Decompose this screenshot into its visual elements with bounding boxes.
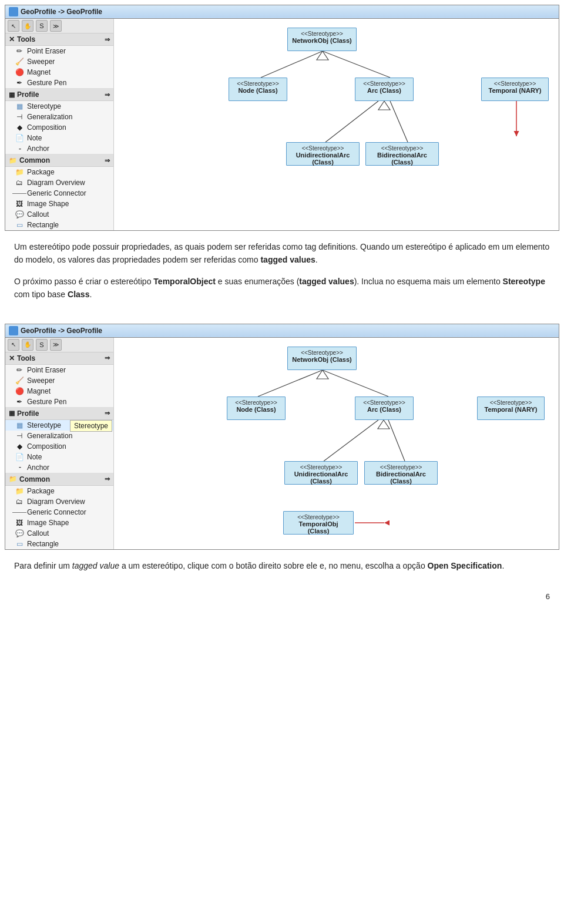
uml-arc-1[interactable]: <<Stereotype>> Arc (Class) bbox=[355, 78, 414, 101]
toolbar-btn-hand-2[interactable]: ✋ bbox=[22, 339, 33, 351]
magnet-label-2: Magnet bbox=[27, 387, 51, 395]
uml-node-1[interactable]: <<Stereotype>> Node (Class) bbox=[229, 78, 287, 101]
canvas-area-1[interactable]: <<Stereotype>> NetworkObj (Class) <<Ster… bbox=[114, 19, 559, 230]
note-icon: 📄 bbox=[15, 134, 24, 142]
generic-connector-label-2: Generic Connector bbox=[27, 508, 86, 516]
profile-header-icon: ▦ bbox=[9, 91, 15, 99]
sidebar-item-composition-2[interactable]: ◆ Composition bbox=[5, 441, 113, 452]
sidebar-item-note[interactable]: 📄 Note bbox=[5, 133, 113, 143]
sidebar-item-magnet-2[interactable]: 🔴 Magnet bbox=[5, 386, 113, 397]
sidebar-item-rectangle[interactable]: ▭ Rectangle bbox=[5, 220, 113, 230]
uml-bidir-1[interactable]: <<Stereotype>> BidirectionalArc (Class) bbox=[365, 142, 439, 166]
diagram-overview-label: Diagram Overview bbox=[27, 179, 85, 187]
sidebar-item-package-2[interactable]: 📁 Package bbox=[5, 486, 113, 496]
common-title-2: Common bbox=[19, 475, 50, 483]
toolbar-btn-more[interactable]: ≫ bbox=[50, 20, 62, 32]
sweeper-icon-2: 🧹 bbox=[15, 377, 24, 385]
toolbar-btn-cursor[interactable]: ↖ bbox=[8, 20, 19, 32]
page-number-value: 6 bbox=[546, 592, 550, 601]
toolbar-btn-s[interactable]: S bbox=[36, 20, 48, 32]
package-icon: 📁 bbox=[15, 168, 24, 176]
sidebar-item-package[interactable]: 📁 Package bbox=[5, 167, 113, 177]
stereotype-label-2: Stereotype bbox=[27, 421, 61, 429]
sidebar-item-callout-2[interactable]: 💬 Callout bbox=[5, 528, 113, 539]
image-shape-icon-2: 🖼 bbox=[15, 519, 24, 527]
networkobj-stereotype-2: <<Stereotype>> bbox=[291, 350, 352, 356]
sidebar-common-section: 📁 Common ⇒ 📁 Package 🗂 Diagram Overview … bbox=[5, 154, 113, 230]
sidebar-item-gesture-pen[interactable]: ✒ Gesture Pen bbox=[5, 78, 113, 88]
sidebar-item-stereotype-2[interactable]: ▦ Stereotype Stereotype bbox=[5, 420, 113, 431]
sidebar-item-generic-connector[interactable]: —— Generic Connector bbox=[5, 188, 113, 199]
uml-unidir-2[interactable]: <<Stereotype>> UnidirectionalArc (Class) bbox=[284, 461, 358, 485]
window-title-2: GeoProfile -> GeoProfile bbox=[21, 327, 102, 335]
node-classname-1: Node (Class) bbox=[233, 87, 283, 94]
toolbar-btn-more-2[interactable]: ≫ bbox=[50, 339, 62, 351]
sidebar-profile-header[interactable]: ▦ Profile ⇒ bbox=[5, 89, 113, 101]
sidebar-tools-header[interactable]: ✕ Tools ⇒ bbox=[5, 33, 113, 46]
temporal-classname-2: Temporal (NARY) bbox=[481, 406, 540, 413]
sidebar-item-stereotype[interactable]: ▦ Stereotype bbox=[5, 101, 113, 112]
sidebar-item-note-2[interactable]: 📄 Note bbox=[5, 452, 113, 462]
eraser-icon: ✏ bbox=[15, 47, 24, 55]
sidebar-item-point-eraser-2[interactable]: ✏ Point Eraser bbox=[5, 365, 113, 375]
tools-dock-icon[interactable]: ⇒ bbox=[105, 36, 110, 43]
generic-connector-icon-2: —— bbox=[15, 508, 24, 516]
uml-temporalobj-2[interactable]: <<Stereotype>> TemporalObj (Class) bbox=[283, 511, 354, 535]
arc-classname-2: Arc (Class) bbox=[359, 406, 409, 413]
sidebar-item-image-shape-2[interactable]: 🖼 Image Shape bbox=[5, 518, 113, 528]
uml-networkobj-2[interactable]: <<Stereotype>> NetworkObj (Class) bbox=[287, 347, 357, 370]
profile-dock-icon-2[interactable]: ⇒ bbox=[105, 409, 110, 417]
sidebar-item-generalization[interactable]: ⊣ Generalization bbox=[5, 112, 113, 122]
uml-node-2[interactable]: <<Stereotype>> Node (Class) bbox=[227, 397, 286, 420]
toolbar-btn-cursor-2[interactable]: ↖ bbox=[8, 339, 19, 351]
sidebar-item-sweeper-2[interactable]: 🧹 Sweeper bbox=[5, 375, 113, 386]
sidebar-common-header[interactable]: 📁 Common ⇒ bbox=[5, 154, 113, 167]
sidebar-common-header-2[interactable]: 📁 Common ⇒ bbox=[5, 473, 113, 486]
sidebar-profile-section-2: ▦ Profile ⇒ ▦ Stereotype Stereotype ⊣ Ge… bbox=[5, 408, 113, 473]
canvas-area-2[interactable]: <<Stereotype>> NetworkObj (Class) <<Ster… bbox=[114, 338, 559, 549]
sidebar-item-generic-connector-2[interactable]: —— Generic Connector bbox=[5, 507, 113, 518]
uml-bidir-2[interactable]: <<Stereotype>> BidirectionalArc (Class) bbox=[364, 461, 438, 485]
uml-temporal-1[interactable]: <<Stereotype>> Temporal (NARY) bbox=[481, 78, 549, 101]
toolbar-btn-hand[interactable]: ✋ bbox=[22, 20, 33, 32]
sidebar-tools-header-2[interactable]: ✕ Tools ⇒ bbox=[5, 352, 113, 365]
uml-temporal-2[interactable]: <<Stereotype>> Temporal (NARY) bbox=[477, 397, 545, 420]
magnet-icon-2: 🔴 bbox=[15, 387, 24, 395]
sidebar-item-image-shape[interactable]: 🖼 Image Shape bbox=[5, 199, 113, 209]
sidebar-item-callout[interactable]: 💬 Callout bbox=[5, 209, 113, 220]
common-dock-icon-2[interactable]: ⇒ bbox=[105, 475, 110, 483]
sidebar-item-anchor-2[interactable]: ···· Anchor bbox=[5, 462, 113, 473]
uml-unidir-1[interactable]: <<Stereotype>> UnidirectionalArc (Class) bbox=[286, 142, 360, 166]
networkobj-classname-1: NetworkObj (Class) bbox=[291, 37, 352, 44]
bidir-stereotype-2: <<Stereotype>> bbox=[368, 464, 434, 471]
sidebar-item-generalization-2[interactable]: ⊣ Generalization bbox=[5, 431, 113, 441]
note-label-2: Note bbox=[27, 453, 42, 461]
sidebar-profile-header-2[interactable]: ▦ Profile ⇒ bbox=[5, 408, 113, 420]
package-label-2: Package bbox=[27, 487, 55, 495]
common-dock-icon[interactable]: ⇒ bbox=[105, 157, 110, 164]
profile-title-2: Profile bbox=[17, 409, 39, 418]
tools-label-2: ✕ bbox=[9, 354, 15, 362]
sidebar-item-diagram-overview-2[interactable]: 🗂 Diagram Overview bbox=[5, 496, 113, 507]
uml-networkobj-1[interactable]: <<Stereotype>> NetworkObj (Class) bbox=[287, 28, 357, 51]
diagram-overview-icon-2: 🗂 bbox=[15, 498, 24, 506]
stereotype-icon: ▦ bbox=[15, 102, 24, 110]
sidebar-item-sweeper[interactable]: 🧹 Sweeper bbox=[5, 56, 113, 67]
sidebar-item-anchor[interactable]: ···· Anchor bbox=[5, 143, 113, 154]
sidebar-item-composition[interactable]: ◆ Composition bbox=[5, 122, 113, 133]
diagram-overview-icon: 🗂 bbox=[15, 179, 24, 187]
uml-arc-2[interactable]: <<Stereotype>> Arc (Class) bbox=[355, 397, 414, 420]
sidebar-item-rectangle-2[interactable]: ▭ Rectangle bbox=[5, 539, 113, 549]
bidir-classname-2: BidirectionalArc (Class) bbox=[368, 471, 434, 485]
unidir-classname-1: UnidirectionalArc (Class) bbox=[290, 152, 355, 166]
point-eraser-label: Point Eraser bbox=[27, 47, 66, 55]
sidebar-item-diagram-overview[interactable]: 🗂 Diagram Overview bbox=[5, 177, 113, 188]
toolbar-btn-s-2[interactable]: S bbox=[36, 339, 48, 351]
sidebar-item-magnet[interactable]: 🔴 Magnet bbox=[5, 67, 113, 78]
sidebar-item-gesture-pen-2[interactable]: ✒ Gesture Pen bbox=[5, 397, 113, 407]
composition-label: Composition bbox=[27, 123, 66, 132]
tools-dock-icon-2[interactable]: ⇒ bbox=[105, 354, 110, 362]
profile-dock-icon[interactable]: ⇒ bbox=[105, 91, 110, 99]
image-shape-icon: 🖼 bbox=[15, 200, 24, 208]
sidebar-item-point-eraser[interactable]: ✏ Point Eraser bbox=[5, 46, 113, 56]
